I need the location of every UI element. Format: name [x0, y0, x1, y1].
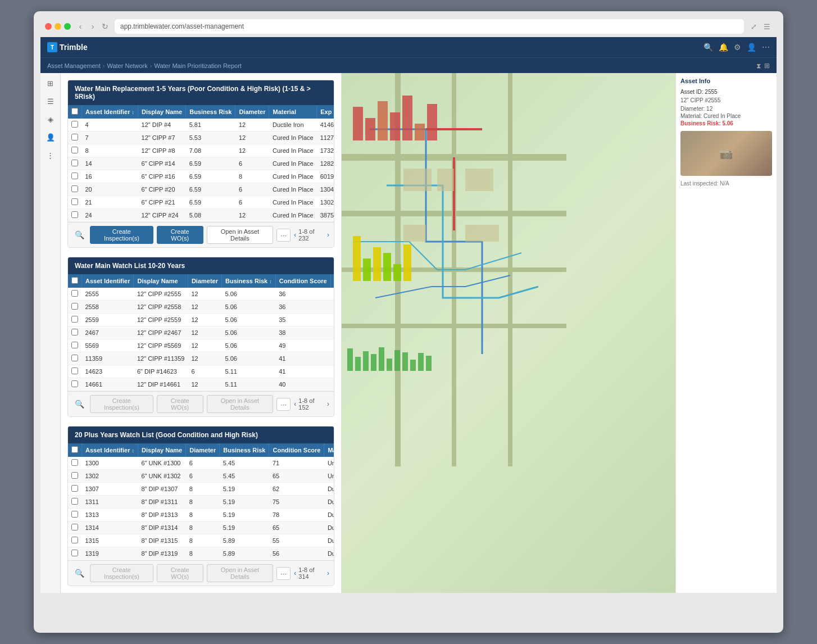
col-material-2[interactable]: Material — [330, 274, 334, 288]
table-row[interactable]: 556912" CIPP #5569125.0649Cured In Place — [68, 339, 334, 352]
cell-5-1: 12" CIPP #11359 — [134, 352, 188, 365]
col-business-risk-2[interactable]: Business Risk ↕ — [221, 274, 275, 288]
cell-1-3: 5.45 — [220, 470, 269, 483]
svg-rect-33 — [403, 169, 432, 191]
col-exp-replace-1[interactable]: Exp Replace Cost — [317, 105, 334, 119]
table-row[interactable]: 13078" DIP #130785.1962Ductile Iron — [68, 483, 334, 496]
col-diameter-2[interactable]: Diameter — [188, 274, 221, 288]
sidebar-icon-user[interactable]: 👤 — [45, 131, 56, 143]
table-row[interactable]: 13148" DIP #131485.1965Ductile Iron — [68, 521, 334, 534]
forward-button[interactable]: › — [88, 21, 98, 31]
notification-icon[interactable]: 🔔 — [719, 43, 728, 52]
section-1-next-btn[interactable]: › — [327, 231, 329, 239]
sidebar-icon-layers[interactable]: ⊞ — [45, 78, 56, 89]
table-row[interactable]: 13158" DIP #131585.8955Ductile Iron — [68, 534, 334, 547]
table-row[interactable]: 255812" CIPP #2558125.0636Cured In Place — [68, 301, 334, 314]
section-1-checkbox-all[interactable] — [68, 105, 82, 119]
table-row[interactable]: 206" CIPP #206.596Cured In Place130477.6… — [68, 183, 334, 196]
section-2-search-btn[interactable]: 🔍 — [72, 398, 87, 410]
col-display-name-2[interactable]: Display Name — [134, 274, 188, 288]
close-button[interactable] — [45, 23, 52, 30]
col-asset-id-2[interactable]: Asset Identifier — [82, 274, 134, 288]
section-2-open-details-btn[interactable]: Open in Asset Details — [207, 395, 274, 413]
section-3-checkbox-all[interactable] — [68, 443, 82, 457]
table-row[interactable]: 412" DIP #45.8112Ductile Iron41462.89330… — [68, 119, 334, 131]
back-button[interactable]: ‹ — [75, 21, 85, 31]
table-row[interactable]: 166" CIPP #166.598Cured In Place60192.27… — [68, 170, 334, 183]
settings-icon[interactable]: ⚙ — [734, 43, 741, 52]
section-1-prev-btn[interactable]: ‹ — [294, 231, 296, 239]
col-asset-id-1[interactable]: Asset Identifier ↕ — [82, 105, 138, 119]
section-2-prev-btn[interactable]: ‹ — [294, 400, 296, 408]
cell-7-4: 40 — [275, 378, 330, 391]
refresh-button[interactable]: ↻ — [100, 21, 110, 31]
col-material-1[interactable]: Material — [269, 105, 317, 119]
table-row[interactable]: 13118" DIP #131185.1975Ductile Iron — [68, 496, 334, 509]
col-asset-id-3[interactable]: Asset Identifier ↕ — [82, 443, 138, 457]
section-3-search-btn[interactable]: 🔍 — [72, 568, 87, 579]
section-2-checkbox-all[interactable] — [68, 274, 82, 288]
table-row[interactable]: 13026" UNK #130265.4565Unknown — [68, 470, 334, 483]
table-row[interactable]: 13138" DIP #131385.1978Ductile Iron — [68, 509, 334, 521]
sidebar-icon-map[interactable]: ◈ — [45, 114, 56, 125]
col-display-name-1[interactable]: Display Name — [138, 105, 186, 119]
section-1-search-btn[interactable]: 🔍 — [72, 229, 87, 241]
table-row[interactable]: 712" CIPP #75.5312Cured In Place112731.5… — [68, 131, 334, 144]
address-bar[interactable]: app.trimblewater.com/asset-management — [115, 19, 744, 34]
trimble-logo-icon: T — [47, 42, 57, 52]
table-row[interactable]: 216" CIPP #216.596Cured In Place130287.2… — [68, 196, 334, 209]
cell-2-2: 7.08 — [186, 144, 235, 157]
table-row[interactable]: 246712" CIPP #2467125.0638Cured In Place — [68, 326, 334, 339]
browser-nav: ‹ › ↻ — [75, 21, 110, 31]
col-material-3[interactable]: Material — [324, 443, 334, 457]
section-1-more-btn[interactable]: ··· — [276, 229, 291, 242]
map-area[interactable] — [342, 73, 675, 593]
fullscreen-icon[interactable]: ⤢ — [748, 21, 759, 31]
search-icon[interactable]: 🔍 — [703, 43, 713, 52]
table-row[interactable]: 1135912" CIPP #11359125.0641Cured In Pla… — [68, 352, 334, 365]
col-condition-score-3[interactable]: Condition Score — [269, 443, 324, 457]
table-row[interactable]: 1466112" DIP #14661125.1140Ductile Iron — [68, 378, 334, 391]
table-row[interactable]: 13198" DIP #131985.8956Ductile Iron — [68, 547, 334, 560]
table-row[interactable]: 812" CIPP #87.0812Cured In Place1732.843… — [68, 144, 334, 157]
section-3-create-inspection-btn[interactable]: Create Inspection(s) — [90, 564, 153, 582]
section-2-next-btn[interactable]: › — [327, 400, 329, 408]
section-3-more-btn[interactable]: ··· — [276, 567, 291, 580]
section-3-next-btn[interactable]: › — [327, 569, 329, 577]
layout-icon[interactable]: ⊞ — [764, 62, 770, 70]
section-3-prev-btn[interactable]: ‹ — [294, 569, 296, 577]
col-condition-score-2[interactable]: Condition Score — [275, 274, 330, 288]
section-3-open-details-btn[interactable]: Open in Asset Details — [207, 564, 274, 582]
col-business-risk-1[interactable]: Business Risk — [186, 105, 235, 119]
col-business-risk-3[interactable]: Business Risk — [220, 443, 269, 457]
section-2-create-wo-btn[interactable]: Create WO(s) — [157, 395, 203, 413]
maximize-button[interactable] — [64, 23, 71, 30]
section-2-more-btn[interactable]: ··· — [276, 398, 291, 411]
menu-icon[interactable]: ☰ — [762, 21, 772, 31]
table-row[interactable]: 146" CIPP #146.596Cured In Place128239.0… — [68, 157, 334, 170]
breadcrumb-item-3[interactable]: Water Main Prioritization Report — [154, 62, 241, 69]
table-row[interactable]: 2412" CIPP #245.0812Cured In Place38758.… — [68, 209, 334, 222]
col-diameter-3[interactable]: Diameter — [186, 443, 220, 457]
minimize-button[interactable] — [55, 23, 61, 30]
more-options-icon[interactable]: ⋯ — [762, 43, 770, 52]
section-1-create-inspection-btn[interactable]: Create Inspection(s) — [90, 226, 153, 244]
table-row[interactable]: 255912" CIPP #2559125.0635Cured In Place — [68, 314, 334, 326]
sidebar-icon-list[interactable]: ☰ — [45, 96, 56, 107]
section-1-create-wo-btn[interactable]: Create WO(s) — [157, 226, 203, 244]
breadcrumb-item-1[interactable]: Asset Management — [47, 62, 101, 69]
table-row[interactable]: 255512" CIPP #2555125.0636Cured In Place — [68, 288, 334, 301]
breadcrumb-item-2[interactable]: Water Network — [107, 62, 147, 69]
table-row[interactable]: 13006" UNK #130065.4571Unknown — [68, 457, 334, 470]
filter-icon[interactable]: ⧗ — [756, 62, 761, 70]
cell-5-3: 5.06 — [221, 352, 275, 365]
user-icon[interactable]: 👤 — [747, 43, 756, 52]
col-diameter-1[interactable]: Diameter — [235, 105, 269, 119]
col-display-name-3[interactable]: Display Name — [138, 443, 186, 457]
section-3-create-wo-btn[interactable]: Create WO(s) — [157, 564, 203, 582]
section-2-create-inspection-btn[interactable]: Create Inspection(s) — [90, 395, 153, 413]
section-1-open-details-btn[interactable]: Open in Asset Details — [207, 226, 274, 244]
cell-1-3: 5.06 — [221, 301, 275, 314]
table-row[interactable]: 146236" DIP #1462365.1141Ductile Iron — [68, 365, 334, 378]
sidebar-icon-dots[interactable]: ⋮ — [45, 149, 56, 161]
